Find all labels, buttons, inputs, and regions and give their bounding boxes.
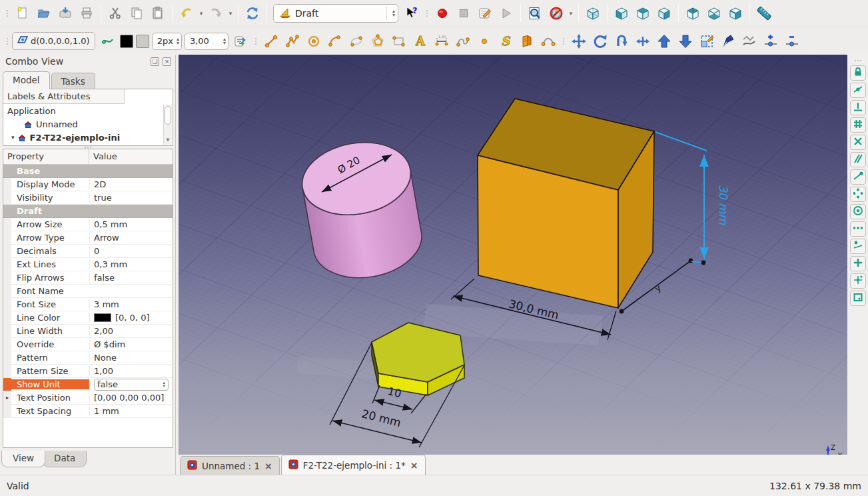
draft-del-point-button[interactable] — [781, 31, 803, 52]
refresh-button[interactable] — [242, 3, 263, 24]
macro-play-button[interactable] — [496, 3, 517, 24]
property-row[interactable]: Flip Arrowsfalse — [3, 271, 173, 285]
line-width-spinbox[interactable]: 2px▴▾ — [152, 33, 182, 50]
tab-data[interactable]: Data — [43, 451, 87, 467]
expander-icon[interactable]: ▾ — [11, 134, 15, 141]
snap-parallel-button[interactable] — [850, 152, 866, 167]
draw-style-dropdown[interactable]: ▾ — [567, 3, 575, 24]
draft-shapestring-button[interactable]: S — [495, 31, 516, 52]
toolbar-grip[interactable] — [5, 5, 10, 22]
view-bottom-button[interactable] — [703, 3, 725, 24]
property-group-draft[interactable]: Draft — [3, 205, 173, 218]
tree-item-application[interactable]: Application — [3, 104, 173, 117]
draft-ellipse-button[interactable] — [346, 31, 367, 52]
draft-facebinder-button[interactable] — [516, 31, 538, 52]
mdi-tab-unnamed[interactable]: Unnamed : 1 × — [180, 456, 280, 475]
snap-intersection-button[interactable] — [850, 135, 866, 150]
draft-dimension-button[interactable]: 1,40 — [431, 31, 452, 52]
draft-rotate-button[interactable] — [590, 31, 611, 52]
open-file-button[interactable] — [33, 3, 55, 24]
line-color-value-swatch[interactable] — [94, 313, 111, 322]
close-button[interactable]: × — [163, 57, 171, 66]
draft-bspline-button[interactable] — [452, 31, 474, 52]
undo-dropdown[interactable]: ▾ — [197, 3, 205, 24]
draft-text-button[interactable]: A — [410, 31, 431, 52]
cut-button[interactable] — [105, 3, 126, 24]
draft-line-button[interactable] — [260, 31, 282, 52]
float-button[interactable]: ❏ — [151, 57, 159, 66]
snap-near-button[interactable] — [850, 239, 866, 254]
snap-lock-button[interactable] — [850, 65, 866, 81]
property-row[interactable]: Text Spacing1 mm — [3, 405, 173, 418]
property-row-line-color[interactable]: Line Color[0, 0, 0] — [3, 311, 173, 325]
property-row[interactable]: Display Mode2D — [3, 178, 173, 191]
view-rear-button[interactable] — [682, 3, 703, 24]
property-row-text-position[interactable]: ▸Text Position[0,00 0,00 0,00] — [3, 391, 173, 405]
redo-dropdown[interactable]: ▾ — [226, 3, 234, 24]
fit-all-button[interactable] — [524, 3, 546, 24]
paste-button[interactable] — [147, 3, 169, 24]
view-left-button[interactable] — [725, 3, 746, 24]
box-solid[interactable] — [478, 99, 654, 308]
construction-mode-button[interactable] — [97, 31, 119, 52]
snap-endpoint-button[interactable] — [850, 169, 866, 185]
snap-working-plane-button[interactable] — [850, 291, 866, 306]
mdi-tab-active-document[interactable]: F2-T22-ejemplo-ini : 1* × — [281, 455, 426, 475]
draft-scale-button[interactable] — [696, 31, 717, 52]
draft-point-button[interactable] — [474, 31, 495, 52]
save-button[interactable] — [55, 3, 76, 24]
snap-midpoint-button[interactable] — [850, 83, 866, 98]
whatsthis-button[interactable]: ? — [401, 3, 422, 24]
macro-stop-button[interactable] — [453, 3, 474, 24]
expand-icon[interactable]: ▸ — [3, 391, 11, 404]
3d-viewport[interactable]: Ø 20 30,0 mm y — [179, 55, 847, 455]
property-row[interactable]: Decimals0 — [3, 245, 173, 258]
toolbar-grip[interactable] — [424, 5, 430, 22]
tree-header[interactable]: Labels & Attributes — [3, 89, 125, 104]
property-group-base[interactable]: Base — [3, 165, 173, 178]
tree-item-active-document[interactable]: ▾ F2-T22-ejemplo-ini — [3, 131, 173, 144]
toolbar-grip[interactable] — [253, 33, 258, 50]
measure-button[interactable] — [753, 3, 775, 24]
view-right-button[interactable] — [653, 3, 675, 24]
draft-move-button[interactable] — [568, 31, 590, 52]
draft-trimex-button[interactable] — [632, 31, 653, 52]
property-row[interactable]: PatternNone — [3, 351, 173, 365]
draft-wire-button[interactable] — [282, 31, 303, 52]
draw-style-button[interactable] — [546, 3, 567, 24]
property-row[interactable]: Font Name — [3, 285, 173, 298]
tab-tasks[interactable]: Tasks — [51, 73, 95, 89]
toolbar-grip[interactable] — [561, 33, 566, 50]
toolbar-grip[interactable] — [855, 60, 861, 61]
property-row[interactable]: Arrow TypeArrow — [3, 231, 173, 245]
macro-edit-button[interactable] — [474, 3, 496, 24]
redo-button[interactable] — [205, 3, 226, 24]
tab-model[interactable]: Model — [3, 71, 50, 89]
snap-angle-button[interactable] — [850, 187, 866, 202]
view-front-button[interactable] — [611, 3, 632, 24]
copy-button[interactable] — [126, 3, 147, 24]
working-plane-button[interactable]: d(0.0,0.0,1.0) — [12, 32, 95, 50]
new-document-button[interactable] — [12, 3, 33, 24]
snap-center-button[interactable] — [850, 204, 866, 219]
snap-grid-button[interactable] — [850, 117, 866, 133]
snap-extension-button[interactable] — [850, 221, 866, 237]
line-color-swatch[interactable] — [120, 35, 133, 48]
draft-arc-button[interactable] — [324, 31, 346, 52]
property-column-header[interactable]: Property — [3, 149, 89, 164]
show-unit-combo[interactable]: false▴▾ — [94, 379, 169, 391]
text-size-spinbox[interactable]: 3,00▴▾ — [185, 33, 228, 50]
draft-rectangle-button[interactable] — [388, 31, 410, 52]
snap-perpendicular-button[interactable] — [850, 100, 866, 115]
property-row[interactable]: Line Width2,00 — [3, 325, 173, 338]
draft-wire-to-bspline-button[interactable] — [739, 31, 760, 52]
draft-bezcurve-button[interactable] — [538, 31, 559, 52]
property-row[interactable]: Pattern Size1,00 — [3, 365, 173, 378]
draft-upgrade-button[interactable] — [653, 31, 675, 52]
print-button[interactable] — [76, 3, 97, 24]
property-row[interactable]: OverrideØ $dim — [3, 338, 173, 351]
undo-button[interactable] — [176, 3, 197, 24]
property-row[interactable]: Ext Lines0,3 mm — [3, 258, 173, 271]
face-color-swatch[interactable] — [136, 35, 149, 48]
property-row[interactable]: Visibilitytrue — [3, 191, 173, 205]
